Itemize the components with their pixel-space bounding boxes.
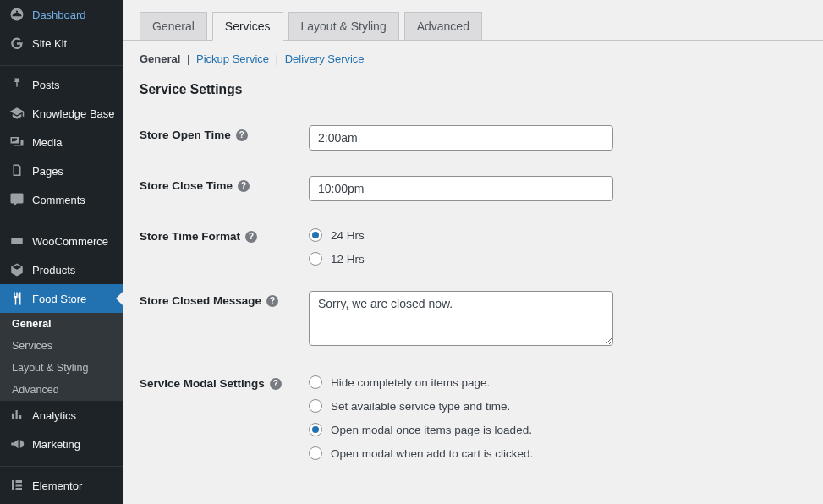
radio-icon — [309, 423, 322, 436]
tab-general[interactable]: General — [140, 12, 207, 40]
box-icon — [8, 261, 25, 278]
sidebar-item-analytics[interactable]: Analytics — [0, 401, 123, 430]
sidebar-item-knowledge-base[interactable]: Knowledge Base — [0, 99, 123, 128]
sidebar-item-media[interactable]: Media — [0, 128, 123, 156]
input-store-close-time[interactable] — [309, 176, 613, 201]
google-icon — [8, 35, 25, 52]
sidebar-separator — [0, 218, 123, 222]
sidebar-item-food-store[interactable]: Food Store — [0, 284, 123, 313]
separator: | — [184, 52, 193, 65]
sidebar-item-marketing[interactable]: Marketing — [0, 430, 123, 458]
radio-icon — [309, 228, 322, 242]
subtab-general[interactable]: General — [140, 52, 180, 65]
radio-group-modal-settings: Hide completely on items page. Set avail… — [309, 374, 806, 460]
radio-icon — [309, 399, 322, 413]
textarea-store-closed-message[interactable]: Sorry, we are closed now. — [309, 291, 613, 346]
sidebar-item-woocommerce[interactable]: WooCommerce — [0, 227, 123, 255]
radio-modal-open-on-cart[interactable]: Open modal when add to cart is clicked. — [309, 446, 806, 460]
megaphone-icon — [8, 436, 25, 452]
sidebar-item-label: Products — [32, 264, 75, 277]
sidebar-item-comments[interactable]: Comments — [0, 185, 123, 214]
sidebar-item-label: Site Kit — [32, 37, 67, 50]
radio-12-hrs[interactable]: 12 Hrs — [309, 252, 806, 266]
label-service-modal-settings: Service Modal Settings ? — [140, 374, 309, 390]
sidebar-item-products[interactable]: Products — [0, 255, 123, 284]
sidebar-item-posts[interactable]: Posts — [0, 70, 123, 99]
radio-icon — [309, 375, 322, 389]
elementor-icon — [8, 477, 25, 494]
input-store-open-time[interactable] — [309, 125, 613, 151]
radio-icon — [309, 252, 322, 266]
sidebar-item-label: Comments — [32, 194, 85, 206]
tab-advanced[interactable]: Advanced — [404, 12, 482, 40]
sidebar-subitem-layout-styling[interactable]: Layout & Styling — [0, 357, 123, 379]
row-store-close-time: Store Close Time ? — [140, 163, 806, 214]
row-store-time-format: Store Time Format ? 24 Hrs 12 Hrs — [140, 214, 806, 278]
admin-sidebar: Dashboard Site Kit Posts Knowledge Base … — [0, 0, 123, 504]
row-service-modal-settings: Service Modal Settings ? Hide completely… — [140, 361, 806, 473]
sidebar-item-label: Pages — [32, 165, 63, 178]
sidebar-separator — [0, 62, 123, 66]
label-store-time-format: Store Time Format ? — [140, 227, 309, 243]
tab-services[interactable]: Services — [212, 12, 283, 41]
graduation-icon — [8, 105, 25, 122]
woo-icon — [8, 233, 25, 249]
sidebar-item-label: Dashboard — [32, 8, 86, 21]
radio-modal-set-service[interactable]: Set available service type and time. — [309, 399, 806, 413]
sidebar-item-elementor[interactable]: Elementor — [0, 471, 123, 500]
radio-icon — [309, 446, 322, 460]
sidebar-separator — [0, 463, 123, 467]
utensils-icon — [8, 290, 25, 307]
svg-rect-3 — [16, 485, 23, 487]
chart-icon — [8, 407, 25, 424]
subtab-delivery-service[interactable]: Delivery Service — [285, 52, 365, 65]
media-icon — [8, 134, 25, 151]
sub-tabs: General | Pickup Service | Delivery Serv… — [140, 41, 806, 74]
help-icon[interactable]: ? — [236, 129, 248, 141]
sidebar-item-label: Analytics — [32, 409, 76, 422]
radio-group-time-format: 24 Hrs 12 Hrs — [309, 227, 806, 266]
sidebar-item-label: Elementor — [32, 479, 82, 492]
comment-icon — [8, 191, 25, 208]
sidebar-item-label: WooCommerce — [32, 235, 108, 248]
sidebar-item-site-kit[interactable]: Site Kit — [0, 29, 123, 58]
help-icon[interactable]: ? — [266, 295, 278, 307]
radio-24-hrs[interactable]: 24 Hrs — [309, 228, 806, 242]
svg-rect-4 — [16, 488, 23, 490]
sidebar-item-label: Media — [32, 136, 62, 149]
label-store-open-time: Store Open Time ? — [140, 125, 309, 141]
sidebar-item-dashboard[interactable]: Dashboard — [0, 0, 123, 29]
subtab-pickup-service[interactable]: Pickup Service — [196, 52, 269, 65]
help-icon[interactable]: ? — [245, 231, 257, 243]
gauge-icon — [8, 6, 25, 23]
svg-rect-0 — [11, 238, 23, 244]
sidebar-subitem-services[interactable]: Services — [0, 335, 123, 357]
pin-icon — [8, 76, 25, 93]
label-store-closed-message: Store Closed Message ? — [140, 291, 309, 307]
svg-rect-2 — [16, 480, 23, 483]
sidebar-item-label: Food Store — [32, 293, 86, 305]
radio-modal-hide[interactable]: Hide completely on items page. — [309, 375, 806, 389]
sidebar-item-label: Knowledge Base — [32, 107, 115, 120]
row-store-closed-message: Store Closed Message ? Sorry, we are clo… — [140, 278, 806, 361]
tab-layout-styling[interactable]: Layout & Styling — [288, 12, 399, 40]
sidebar-subitem-advanced[interactable]: Advanced — [0, 379, 123, 401]
main-content: General Services Layout & Styling Advanc… — [123, 0, 823, 504]
sidebar-item-label: Posts — [32, 79, 60, 91]
separator: | — [272, 52, 282, 65]
sidebar-item-pages[interactable]: Pages — [0, 156, 123, 185]
help-icon[interactable]: ? — [270, 378, 282, 390]
tabs-nav: General Services Layout & Styling Advanc… — [123, 0, 823, 41]
sidebar-item-label: Marketing — [32, 438, 80, 451]
row-store-open-time: Store Open Time ? — [140, 112, 806, 163]
svg-rect-1 — [12, 480, 14, 490]
sidebar-submenu: General Services Layout & Styling Advanc… — [0, 313, 123, 401]
section-title: Service Settings — [140, 82, 806, 97]
radio-modal-open-on-load[interactable]: Open modal once items page is loaded. — [309, 423, 806, 436]
page-icon — [8, 162, 25, 179]
help-icon[interactable]: ? — [238, 180, 250, 192]
sidebar-subitem-general[interactable]: General — [0, 313, 123, 335]
label-store-close-time: Store Close Time ? — [140, 176, 309, 192]
sidebar-item-templates[interactable]: Templates — [0, 500, 123, 504]
